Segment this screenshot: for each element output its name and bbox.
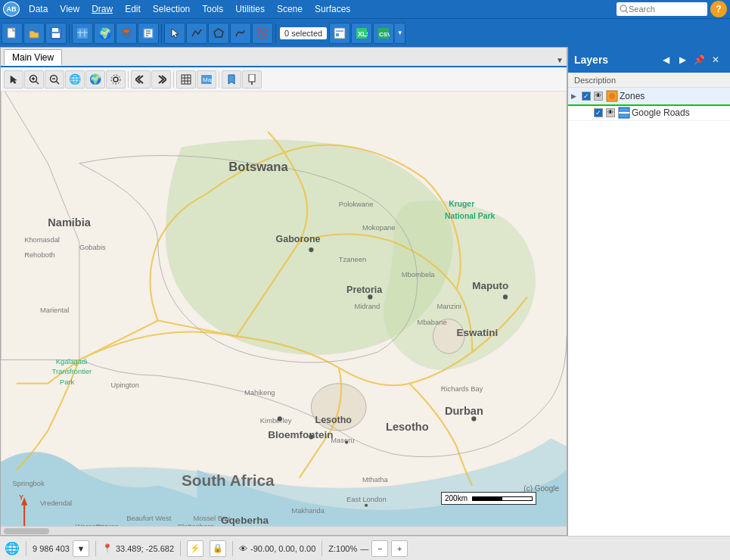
menu-view[interactable]: View bbox=[54, 0, 85, 18]
zoom-separator: — bbox=[360, 544, 368, 553]
svg-point-72 bbox=[309, 434, 313, 439]
layer-checkbox-roads[interactable]: ✓ bbox=[594, 108, 603, 117]
toolbar-separator-2 bbox=[161, 23, 162, 43]
search-box[interactable] bbox=[617, 2, 707, 16]
layer-item-google-roads[interactable]: ✓ 👁 Google Roads bbox=[568, 104, 730, 121]
arrow-tool[interactable] bbox=[4, 70, 23, 89]
settings-btn[interactable] bbox=[106, 70, 126, 89]
svg-text:Kgalagadi: Kgalagadi bbox=[56, 358, 88, 366]
map-btn[interactable] bbox=[72, 23, 93, 44]
freehand-btn[interactable] bbox=[230, 23, 251, 44]
annotation-btn[interactable] bbox=[138, 23, 159, 44]
menu-tools[interactable]: Tools bbox=[196, 0, 229, 18]
layer-visibility-roads[interactable]: 👁 bbox=[606, 108, 615, 117]
select-attrs-btn[interactable] bbox=[329, 23, 350, 44]
polyline-btn[interactable] bbox=[186, 23, 207, 44]
svg-text:Cape Town: Cape Town bbox=[13, 524, 67, 526]
layer-icon-zones bbox=[606, 90, 618, 102]
open-icon bbox=[28, 27, 40, 39]
layers-list: ▶ ✓ 👁 Zones ✓ 👁 Google Roads bbox=[568, 88, 730, 536]
help-button[interactable]: ? bbox=[710, 1, 727, 17]
new-icon bbox=[6, 27, 18, 39]
svg-text:Midrand: Midrand bbox=[355, 303, 381, 310]
nav-back-btn[interactable] bbox=[131, 70, 151, 89]
layers-panel: Layers ◀ ▶ 📌 ✕ Description ▶ ✓ 👁 Zones bbox=[567, 47, 730, 536]
menu-selection[interactable]: Selection bbox=[147, 0, 196, 18]
svg-text:Beaufort West: Beaufort West bbox=[126, 515, 171, 523]
menu-edit[interactable]: Edit bbox=[119, 0, 147, 18]
menu-data[interactable]: Data bbox=[23, 0, 54, 18]
layers-column-header: Description bbox=[568, 73, 730, 88]
zoom-plus-btn[interactable]: + bbox=[391, 540, 408, 557]
basemap-btn[interactable]: Map bbox=[197, 70, 216, 89]
globe-small-icon: 🌐 bbox=[69, 73, 81, 85]
connect-btn[interactable]: ⚡ bbox=[187, 540, 203, 557]
pin-btn[interactable] bbox=[242, 70, 262, 89]
svg-point-0 bbox=[620, 5, 626, 11]
zoom-minus-btn[interactable]: − bbox=[371, 540, 388, 557]
csv-btn[interactable]: CSV bbox=[373, 23, 394, 44]
nav-fwd-btn[interactable] bbox=[151, 70, 171, 89]
globe-view-btn[interactable]: 🌐 bbox=[65, 70, 85, 89]
save-button[interactable] bbox=[45, 23, 67, 44]
layers-btn[interactable] bbox=[116, 23, 137, 44]
status-sep-1 bbox=[26, 541, 26, 556]
search-input[interactable] bbox=[629, 5, 697, 14]
select-attrs-icon bbox=[334, 27, 346, 39]
globe-btn[interactable]: 🌍 bbox=[94, 23, 115, 44]
globe-status: 🌐 bbox=[5, 541, 20, 555]
grid-btn[interactable] bbox=[176, 70, 196, 89]
menu-surfaces[interactable]: Surfaces bbox=[309, 0, 356, 18]
coord-dropdown[interactable]: ▼ bbox=[73, 540, 89, 557]
zoom-in-btn[interactable] bbox=[24, 70, 44, 89]
tab-dropdown[interactable]: ▼ bbox=[556, 56, 564, 64]
bookmark-btn[interactable] bbox=[222, 70, 241, 89]
deselect-btn[interactable] bbox=[252, 23, 273, 44]
select-btn[interactable] bbox=[164, 23, 185, 44]
tab-main-view[interactable]: Main View bbox=[4, 49, 62, 66]
status-sep-2 bbox=[95, 541, 96, 556]
layer-expand-zones[interactable]: ▶ bbox=[571, 92, 580, 100]
layers-close-btn[interactable]: ✕ bbox=[707, 51, 724, 68]
excel-icon: XLS bbox=[356, 27, 368, 39]
zoom-out-btn[interactable] bbox=[45, 70, 64, 89]
zoom-value: Z:100% bbox=[328, 544, 357, 553]
open-button[interactable] bbox=[23, 23, 45, 44]
scroll-thumb[interactable] bbox=[4, 528, 49, 534]
coordinate-item: 9 986 403 ▼ bbox=[33, 540, 89, 557]
layer-visibility-zones[interactable]: 👁 bbox=[594, 92, 603, 101]
lock-btn[interactable]: 🔒 bbox=[210, 540, 226, 557]
svg-rect-37 bbox=[249, 74, 255, 82]
layer-checkbox-zones[interactable]: ✓ bbox=[582, 92, 591, 101]
map-container[interactable]: Namibia Gobabis Khomasdal Rehoboth Marie… bbox=[1, 92, 567, 526]
basemap-icon: Map bbox=[200, 74, 213, 85]
svg-text:South Africa: South Africa bbox=[182, 471, 275, 489]
globe-alt-btn[interactable]: 🌍 bbox=[85, 70, 105, 89]
zoom-out-icon bbox=[49, 74, 60, 85]
map-watermark: (c) Google bbox=[523, 484, 559, 493]
layers-collapse-btn[interactable]: ◀ bbox=[657, 51, 674, 68]
layer-item-zones[interactable]: ▶ ✓ 👁 Zones bbox=[568, 88, 730, 104]
map-toolbar-sep3 bbox=[219, 71, 219, 88]
coordinate-value: 9 986 403 bbox=[33, 544, 70, 553]
save-icon bbox=[50, 27, 62, 39]
layers-pin-btn[interactable]: 📌 bbox=[691, 51, 707, 68]
layers-expand-btn[interactable]: ▶ bbox=[674, 51, 691, 68]
menu-utilities[interactable]: Utilities bbox=[229, 0, 271, 18]
polygon-btn[interactable] bbox=[208, 23, 229, 44]
svg-rect-4 bbox=[52, 28, 58, 32]
deselect-icon bbox=[256, 27, 269, 39]
svg-text:Upington: Upington bbox=[110, 381, 138, 389]
polygon-icon bbox=[213, 27, 225, 39]
menu-draw[interactable]: Draw bbox=[85, 0, 119, 18]
scale-bar: 200km bbox=[441, 492, 536, 505]
map-scrollbar[interactable] bbox=[1, 526, 567, 535]
eye-icon-status: 👁 bbox=[239, 544, 247, 553]
new-button[interactable] bbox=[2, 23, 23, 44]
toolbar-dropdown[interactable]: ▼ bbox=[395, 23, 405, 44]
svg-text:Mbombela: Mbombela bbox=[402, 271, 435, 278]
map-panel: Main View ▼ 🌐 🌍 bbox=[0, 47, 567, 536]
svg-point-74 bbox=[345, 441, 348, 444]
excel-btn[interactable]: XLS bbox=[351, 23, 372, 44]
menu-scene[interactable]: Scene bbox=[271, 0, 309, 18]
